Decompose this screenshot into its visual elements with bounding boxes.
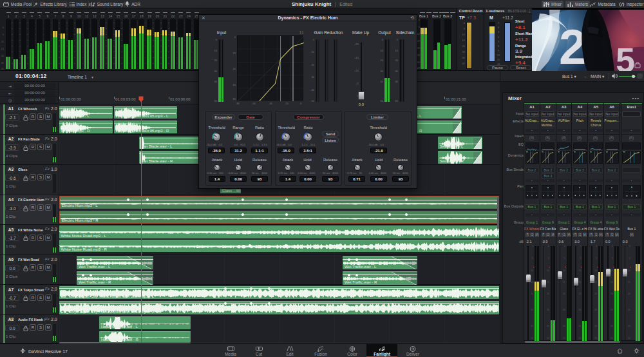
svg-text:5: 5 xyxy=(616,41,635,72)
